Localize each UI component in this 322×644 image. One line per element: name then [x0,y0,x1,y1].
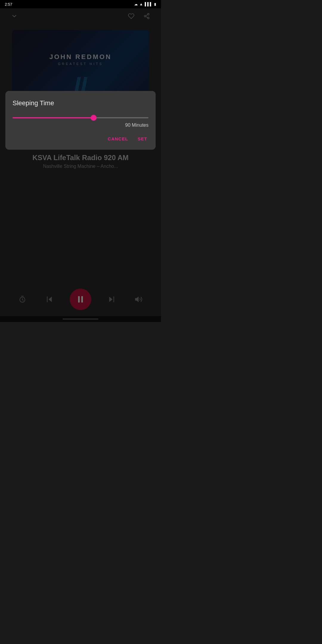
status-time: 2:57 [5,2,12,7]
slider-value-label: 90 Minutes [13,123,148,128]
sleeping-time-dialog: Sleeping Time 90 Minutes CANCEL SET [5,91,156,150]
overlay-dim [0,0,161,322]
dialog-buttons: CANCEL SET [13,134,148,144]
signal-icon: ▌▌▌ [145,2,152,6]
cloud-icon: ☁ [134,2,138,6]
sleep-timer-slider-container [13,114,148,120]
dialog-title: Sleeping Time [13,99,148,107]
status-icons: ☁ ▲ ▌▌▌ ▮ [134,2,156,6]
battery-icon: ▮ [154,2,156,6]
wifi-icon: ▲ [140,2,143,6]
set-button[interactable]: SET [137,134,148,144]
status-bar: 2:57 ☁ ▲ ▌▌▌ ▮ [0,0,161,8]
sleep-timer-slider[interactable] [13,117,148,118]
cancel-button[interactable]: CANCEL [106,134,129,144]
